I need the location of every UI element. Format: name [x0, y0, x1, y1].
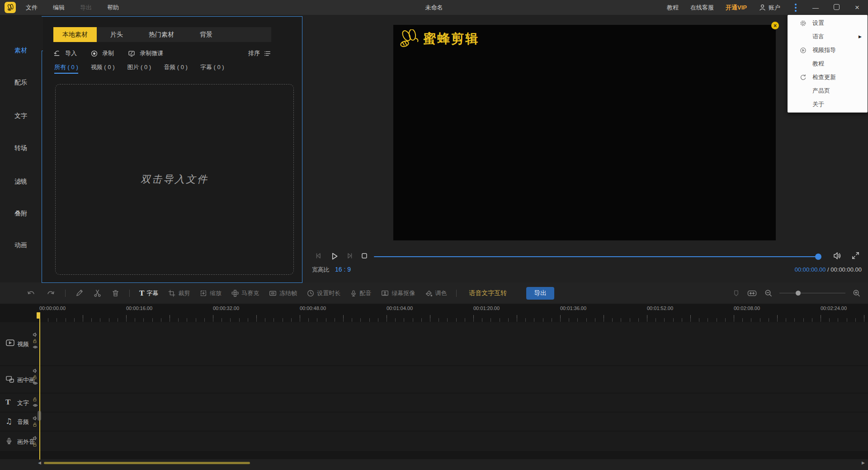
track-pip[interactable]: 画中画 [0, 366, 868, 393]
sidebar-item-overlay[interactable]: 叠附 [0, 210, 42, 218]
playhead-flag[interactable] [37, 312, 40, 319]
more-menu-button[interactable] [792, 2, 799, 13]
chroma-key-button[interactable]: 绿幕抠像 [381, 289, 415, 297]
fullscreen-icon[interactable] [851, 251, 860, 260]
speech-text-button[interactable]: 语音文字互转 [469, 289, 507, 297]
delete-tool-button[interactable] [111, 289, 120, 297]
menu-item-about[interactable]: 关于 [788, 98, 868, 111]
menu-item-tutorial[interactable]: 教程 [788, 57, 868, 70]
fit-timeline-icon[interactable] [747, 289, 757, 297]
menu-item-settings[interactable]: 设置 [788, 16, 868, 30]
undo-button[interactable] [26, 289, 36, 298]
support-link[interactable]: 在线客服 [690, 4, 714, 12]
prev-frame-button[interactable] [314, 251, 324, 261]
vip-button[interactable]: 开通VIP [726, 4, 747, 12]
close-button[interactable]: × [853, 3, 862, 12]
tab-hot-media[interactable]: 热门素材 [137, 27, 186, 42]
sidebar-item-media[interactable]: 素材 [0, 47, 42, 55]
lock-icon[interactable] [33, 397, 38, 402]
zoom-in-icon[interactable] [852, 289, 861, 297]
menu-item-check-update[interactable]: 检查更新 [788, 70, 868, 84]
track-audio[interactable]: ♫ 音频 [0, 413, 868, 431]
lock-icon[interactable] [33, 442, 38, 447]
lock-icon[interactable] [33, 422, 38, 427]
visibility-icon[interactable] [33, 345, 38, 349]
maximize-button[interactable] [832, 4, 841, 11]
ruler-minor-ticks[interactable] [39, 318, 868, 322]
visibility-icon[interactable] [33, 381, 38, 385]
track-voiceover[interactable]: 画外音 [0, 432, 868, 451]
export-button[interactable]: 导出 [526, 287, 554, 300]
edit-tool-button[interactable] [75, 289, 84, 297]
mute-icon[interactable] [33, 332, 38, 337]
mute-icon[interactable] [33, 436, 38, 441]
zoom-slider-handle[interactable] [796, 291, 801, 296]
minimize-button[interactable]: — [811, 4, 820, 11]
filter-audio[interactable]: 音频 ( 0 ) [164, 63, 188, 74]
filter-all[interactable]: 所有 ( 0 ) [54, 63, 78, 74]
scale-tool-button[interactable]: 缩放 [199, 289, 222, 297]
import-button[interactable]: 导入 [53, 49, 77, 57]
filter-image[interactable]: 图片 ( 0 ) [127, 63, 151, 74]
subtitle-label: 字幕 [146, 289, 158, 297]
track-text[interactable]: T 文字 [0, 394, 868, 412]
import-dropzone[interactable]: 双击导入文件 [55, 84, 294, 275]
menu-file[interactable]: 文件 [26, 4, 38, 12]
menu-item-product-page[interactable]: 产品页 [788, 84, 868, 98]
sidebar-item-transition[interactable]: 转场 [0, 144, 42, 152]
color-tool-button[interactable]: 调色 [425, 289, 447, 297]
zoom-out-icon[interactable] [764, 289, 773, 297]
menu-help[interactable]: 帮助 [107, 4, 119, 12]
track-video[interactable]: 视频 [0, 322, 868, 365]
play-button[interactable] [329, 251, 340, 262]
playhead-grip[interactable] [38, 411, 41, 421]
playhead[interactable] [39, 312, 40, 460]
menu-item-language[interactable]: 语言 ▶ [788, 30, 868, 43]
lock-icon[interactable] [33, 338, 38, 343]
freeze-frame-button[interactable]: 冻结帧 [269, 289, 297, 297]
volume-icon[interactable] [832, 251, 842, 261]
next-frame-button[interactable] [344, 251, 354, 261]
split-tool-button[interactable] [93, 289, 102, 297]
timeline-scrollbar: ◀ ▶ [0, 459, 868, 470]
mute-icon[interactable] [33, 368, 38, 373]
record-button[interactable]: 录制 [90, 49, 114, 57]
filter-video[interactable]: 视频 ( 0 ) [91, 63, 115, 74]
mosaic-tool-button[interactable]: 马赛克 [231, 289, 259, 297]
preview-progress-handle[interactable] [815, 254, 821, 260]
dub-tool-button[interactable]: 配音 [350, 289, 371, 297]
scroll-left-arrow[interactable]: ◀ [38, 461, 41, 465]
sidebar-item-music[interactable]: 配乐 [0, 79, 42, 87]
menu-item-video-guide[interactable]: 视频指导 [788, 43, 868, 57]
mute-icon[interactable] [33, 416, 38, 421]
tab-intro[interactable]: 片头 [97, 27, 137, 42]
account-button[interactable]: 账户 [759, 4, 780, 12]
duration-tool-button[interactable]: 设置时长 [307, 289, 340, 297]
preview-progress-track[interactable] [374, 256, 820, 257]
sidebar-item-filter[interactable]: 滤镜 [0, 178, 42, 186]
filter-subtitle[interactable]: 字幕 ( 0 ) [200, 63, 224, 74]
tab-background[interactable]: 背景 [186, 27, 226, 42]
tutorial-link[interactable]: 教程 [667, 4, 679, 12]
aspect-value[interactable]: 16 : 9 [335, 266, 351, 273]
timeline-zoom-slider[interactable] [779, 290, 845, 296]
watermark-close-button[interactable]: × [771, 22, 779, 29]
menu-edit[interactable]: 编辑 [53, 4, 65, 12]
lock-icon[interactable] [33, 375, 38, 380]
scrollbar-thumb[interactable] [44, 462, 250, 464]
record-lesson-label: 录制微课 [140, 49, 163, 57]
redo-button[interactable] [46, 289, 56, 298]
app-logo-icon[interactable] [5, 2, 16, 13]
marker-icon[interactable] [732, 289, 740, 297]
sort-button[interactable]: 排序 [248, 49, 271, 57]
crop-tool-button[interactable]: 裁剪 [168, 289, 190, 297]
sidebar-item-text[interactable]: 文字 [0, 112, 42, 120]
sidebar-item-animation[interactable]: 动画 [0, 241, 42, 249]
scroll-right-arrow[interactable]: ▶ [862, 461, 865, 465]
preview-info-row: 宽高比16 : 9 00:00:00.00 / 00:00:00.00 [312, 266, 862, 275]
tab-local-media[interactable]: 本地素材 [53, 27, 97, 42]
visibility-icon[interactable] [33, 403, 38, 408]
record-lesson-button[interactable]: 录制微课 [127, 49, 163, 57]
subtitle-tool-button[interactable]: T 字幕 [139, 289, 158, 298]
stop-button[interactable] [359, 251, 369, 261]
